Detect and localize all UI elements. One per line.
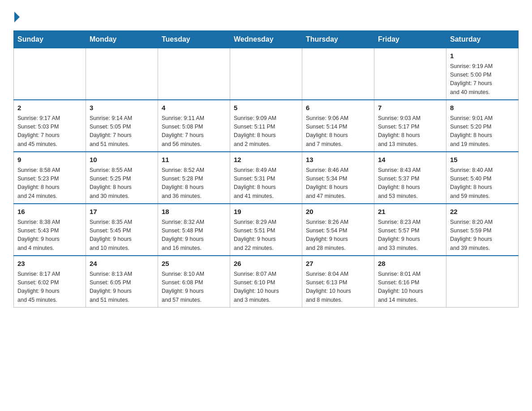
logo [13,11,30,22]
day-number: 22 [450,207,515,217]
day-number: 20 [306,207,370,217]
day-info: Sunrise: 8:23 AMSunset: 5:57 PMDaylight:… [378,218,442,253]
calendar-cell [302,48,374,100]
col-header-thursday: Thursday [302,31,374,48]
day-number: 10 [90,155,154,165]
day-info: Sunrise: 8:52 AMSunset: 5:28 PMDaylight:… [162,166,226,201]
day-info: Sunrise: 9:17 AMSunset: 5:03 PMDaylight:… [17,114,82,149]
calendar-cell: 26Sunrise: 8:07 AMSunset: 6:10 PMDayligh… [230,256,302,308]
calendar-cell [14,48,86,100]
day-number: 18 [162,207,226,217]
col-header-monday: Monday [86,31,158,48]
calendar-cell: 11Sunrise: 8:52 AMSunset: 5:28 PMDayligh… [158,152,230,204]
day-info: Sunrise: 8:40 AMSunset: 5:40 PMDaylight:… [450,166,515,201]
day-number: 23 [17,259,82,269]
calendar-cell: 16Sunrise: 8:38 AMSunset: 5:43 PMDayligh… [14,204,86,256]
calendar-cell: 6Sunrise: 9:06 AMSunset: 5:14 PMDaylight… [302,100,374,152]
day-info: Sunrise: 8:43 AMSunset: 5:37 PMDaylight:… [378,166,442,201]
day-info: Sunrise: 8:20 AMSunset: 5:59 PMDaylight:… [450,218,515,253]
calendar-week-row: 1Sunrise: 9:19 AMSunset: 5:00 PMDaylight… [14,48,519,100]
day-info: Sunrise: 9:06 AMSunset: 5:14 PMDaylight:… [306,114,370,149]
calendar-cell: 20Sunrise: 8:26 AMSunset: 5:54 PMDayligh… [302,204,374,256]
calendar-cell: 8Sunrise: 9:01 AMSunset: 5:20 PMDaylight… [446,100,519,152]
day-number: 5 [234,103,298,113]
calendar-header-row: SundayMondayTuesdayWednesdayThursdayFrid… [14,31,519,48]
day-number: 3 [90,103,154,113]
calendar-cell: 4Sunrise: 9:11 AMSunset: 5:08 PMDaylight… [158,100,230,152]
day-info: Sunrise: 8:32 AMSunset: 5:48 PMDaylight:… [162,218,226,253]
day-number: 2 [17,103,82,113]
calendar-cell: 7Sunrise: 9:03 AMSunset: 5:17 PMDaylight… [374,100,446,152]
day-number: 7 [378,103,442,113]
calendar-cell [230,48,302,100]
day-number: 1 [450,51,515,61]
calendar-cell: 22Sunrise: 8:20 AMSunset: 5:59 PMDayligh… [446,204,519,256]
day-number: 26 [234,259,298,269]
day-info: Sunrise: 9:03 AMSunset: 5:17 PMDaylight:… [378,114,442,149]
day-number: 11 [162,155,226,165]
calendar-cell: 14Sunrise: 8:43 AMSunset: 5:37 PMDayligh… [374,152,446,204]
calendar-cell: 18Sunrise: 8:32 AMSunset: 5:48 PMDayligh… [158,204,230,256]
day-info: Sunrise: 8:26 AMSunset: 5:54 PMDaylight:… [306,218,370,253]
day-number: 13 [306,155,370,165]
calendar-week-row: 16Sunrise: 8:38 AMSunset: 5:43 PMDayligh… [14,204,519,256]
calendar-cell: 2Sunrise: 9:17 AMSunset: 5:03 PMDaylight… [14,100,86,152]
calendar-cell: 1Sunrise: 9:19 AMSunset: 5:00 PMDaylight… [446,48,519,100]
calendar-cell: 15Sunrise: 8:40 AMSunset: 5:40 PMDayligh… [446,152,519,204]
calendar-table: SundayMondayTuesdayWednesdayThursdayFrid… [13,30,519,308]
day-info: Sunrise: 9:14 AMSunset: 5:05 PMDaylight:… [90,114,154,149]
calendar-cell: 25Sunrise: 8:10 AMSunset: 6:08 PMDayligh… [158,256,230,308]
calendar-cell: 9Sunrise: 8:58 AMSunset: 5:23 PMDaylight… [14,152,86,204]
day-info: Sunrise: 8:17 AMSunset: 6:02 PMDaylight:… [17,270,82,305]
calendar-cell: 17Sunrise: 8:35 AMSunset: 5:45 PMDayligh… [86,204,158,256]
col-header-friday: Friday [374,31,446,48]
day-info: Sunrise: 8:49 AMSunset: 5:31 PMDaylight:… [234,166,298,201]
day-info: Sunrise: 8:38 AMSunset: 5:43 PMDaylight:… [17,218,82,253]
calendar-cell: 23Sunrise: 8:17 AMSunset: 6:02 PMDayligh… [14,256,86,308]
calendar-cell: 28Sunrise: 8:01 AMSunset: 6:16 PMDayligh… [374,256,446,308]
calendar-week-row: 2Sunrise: 9:17 AMSunset: 5:03 PMDaylight… [14,100,519,152]
day-number: 27 [306,259,370,269]
calendar-cell: 24Sunrise: 8:13 AMSunset: 6:05 PMDayligh… [86,256,158,308]
day-number: 21 [378,207,442,217]
day-number: 9 [17,155,82,165]
day-number: 4 [162,103,226,113]
col-header-saturday: Saturday [446,31,519,48]
day-number: 16 [17,207,82,217]
day-info: Sunrise: 8:13 AMSunset: 6:05 PMDaylight:… [90,270,154,305]
day-info: Sunrise: 8:07 AMSunset: 6:10 PMDaylight:… [234,270,298,305]
day-info: Sunrise: 8:04 AMSunset: 6:13 PMDaylight:… [306,270,370,305]
day-info: Sunrise: 9:09 AMSunset: 5:11 PMDaylight:… [234,114,298,149]
calendar-cell [374,48,446,100]
calendar-cell: 3Sunrise: 9:14 AMSunset: 5:05 PMDaylight… [86,100,158,152]
calendar-cell [86,48,158,100]
calendar-cell: 27Sunrise: 8:04 AMSunset: 6:13 PMDayligh… [302,256,374,308]
day-number: 17 [90,207,154,217]
calendar-week-row: 9Sunrise: 8:58 AMSunset: 5:23 PMDaylight… [14,152,519,204]
calendar-cell: 19Sunrise: 8:29 AMSunset: 5:51 PMDayligh… [230,204,302,256]
day-number: 6 [306,103,370,113]
page-header [13,11,519,22]
day-number: 8 [450,103,515,113]
day-number: 28 [378,259,442,269]
day-info: Sunrise: 8:01 AMSunset: 6:16 PMDaylight:… [378,270,442,305]
day-info: Sunrise: 8:35 AMSunset: 5:45 PMDaylight:… [90,218,154,253]
day-number: 12 [234,155,298,165]
logo-arrow-icon [14,12,20,22]
day-number: 25 [162,259,226,269]
day-number: 19 [234,207,298,217]
col-header-wednesday: Wednesday [230,31,302,48]
day-info: Sunrise: 9:01 AMSunset: 5:20 PMDaylight:… [450,114,515,149]
day-number: 15 [450,155,515,165]
calendar-cell: 13Sunrise: 8:46 AMSunset: 5:34 PMDayligh… [302,152,374,204]
day-info: Sunrise: 8:10 AMSunset: 6:08 PMDaylight:… [162,270,226,305]
calendar-week-row: 23Sunrise: 8:17 AMSunset: 6:02 PMDayligh… [14,256,519,308]
day-number: 14 [378,155,442,165]
col-header-sunday: Sunday [14,31,86,48]
calendar-cell: 5Sunrise: 9:09 AMSunset: 5:11 PMDaylight… [230,100,302,152]
day-info: Sunrise: 9:19 AMSunset: 5:00 PMDaylight:… [450,62,515,97]
col-header-tuesday: Tuesday [158,31,230,48]
day-info: Sunrise: 9:11 AMSunset: 5:08 PMDaylight:… [162,114,226,149]
day-info: Sunrise: 8:46 AMSunset: 5:34 PMDaylight:… [306,166,370,201]
calendar-cell [446,256,519,308]
